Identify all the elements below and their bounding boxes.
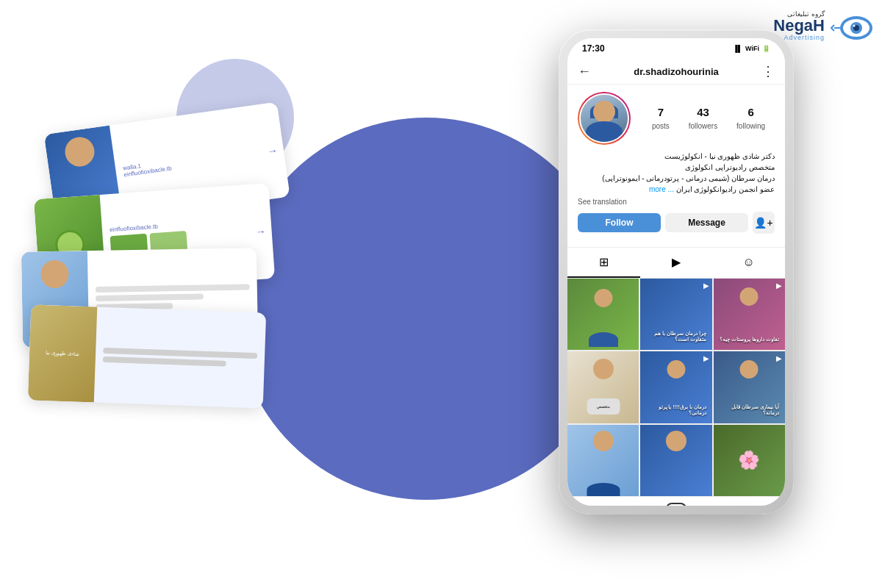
grid-item-1[interactable] — [567, 279, 639, 350]
video-badge-2: ▶ — [703, 282, 709, 290]
video-icon: ▶ — [672, 255, 681, 269]
card-4-content — [95, 342, 265, 374]
nav-search[interactable]: 🔍 — [621, 503, 649, 506]
grid-icon: ⊞ — [599, 255, 609, 269]
avatar-person — [581, 95, 628, 142]
video-badge-5: ▶ — [703, 354, 709, 362]
nav-reels[interactable]: 🎬 — [703, 503, 731, 506]
more-button[interactable]: ⋮ — [761, 63, 775, 79]
logo-advertising: Advertising — [773, 34, 825, 41]
floating-cards: walla.1 einfluofioxibacle.tb → einfluofi… — [22, 132, 287, 441]
avatar-image — [579, 93, 629, 143]
wifi-icon: WiFi — [745, 45, 759, 52]
grid-item-9[interactable]: 🌸 — [714, 425, 785, 496]
grid-item-4[interactable]: متخصص — [567, 351, 639, 423]
posts-grid: چرا درمان سرطان با هم متفاوت است؟ ▶ تفاو… — [567, 279, 785, 496]
ig-header: ← dr.shadizohourinia ⋮ — [567, 59, 785, 85]
video-badge-6: ▶ — [776, 354, 782, 362]
grid-item-2[interactable]: چرا درمان سرطان با هم متفاوت است؟ ▶ — [640, 279, 711, 350]
bio-more[interactable]: ... more — [649, 185, 674, 193]
following-stat[interactable]: 6 following — [736, 106, 765, 132]
status-time: 17:30 — [582, 43, 605, 54]
tab-grid[interactable]: ⊞ — [567, 248, 640, 278]
grid-item-6[interactable]: آیا بیماری سرطان قابل درمانه؟ ▶ — [714, 351, 785, 423]
bio-line1: دکتر شادی ظهوری نیا - انکولوژیست — [578, 151, 775, 162]
phone-outer: 17:30 ▐▌ WiFi 🔋 ← dr.shadizohourinia ⋮ — [559, 29, 794, 514]
followers-count: 43 — [689, 106, 717, 118]
see-translation[interactable]: See translation — [578, 198, 775, 206]
card-2-arrow: → — [255, 225, 266, 237]
status-icons: ▐▌ WiFi 🔋 — [733, 45, 770, 52]
following-label: following — [736, 122, 765, 130]
status-bar: 17:30 ▐▌ WiFi 🔋 — [567, 38, 785, 59]
nav-add[interactable]: + — [666, 503, 686, 506]
logo-text: گروه تبلیغاتی NegaH Advertising — [773, 10, 825, 41]
nav-home[interactable]: 🏠 — [576, 503, 604, 506]
phone-screen: 17:30 ▐▌ WiFi 🔋 ← dr.shadizohourinia ⋮ — [567, 38, 785, 506]
bio-line2: متخصص رادیوتراپی انکولوژی — [578, 162, 775, 173]
tagged-icon: ☺ — [743, 256, 755, 269]
avatar-head — [593, 101, 615, 123]
phone-mockup: 17:30 ▐▌ WiFi 🔋 ← dr.shadizohourinia ⋮ — [559, 29, 794, 514]
content-tabs: ⊞ ▶ ☺ — [567, 247, 785, 279]
posts-count: 7 — [652, 106, 670, 118]
logo-area: گروه تبلیغاتی NegaH Advertising — [773, 7, 875, 44]
card-4-image: شادی ظهوری نیا — [28, 304, 97, 402]
grid-item-3[interactable]: تفاوت داروها پروستات چیه؟ ▶ — [714, 279, 785, 350]
card-1-arrow: → — [267, 144, 279, 157]
grid-item-8[interactable] — [640, 425, 711, 496]
ig-profile-section: 7 posts 43 followers 6 following — [567, 85, 785, 247]
tab-tagged[interactable]: ☺ — [712, 248, 785, 278]
avatar-wrap[interactable] — [578, 92, 631, 145]
follow-button[interactable]: Follow — [578, 213, 661, 232]
battery-icon: 🔋 — [762, 45, 770, 52]
add-person-button[interactable]: 👤+ — [753, 212, 775, 234]
posts-stat: 7 posts — [652, 106, 670, 132]
card-1-content: walla.1 einfluofioxibacle.tb — [115, 139, 270, 185]
bio-line3: درمان سرطان (شیمی درمانی - پرتودرمانی - … — [578, 173, 775, 184]
avatar-body — [586, 121, 623, 142]
bio-text: دکتر شادی ظهوری نیا - انکولوژیست متخصص ر… — [578, 151, 775, 195]
logo-brand: NegaH — [773, 18, 825, 34]
profile-username: dr.shadizohourinia — [634, 66, 719, 77]
posts-label: posts — [652, 122, 670, 130]
profile-stats: 7 posts 43 followers 6 following — [642, 106, 775, 132]
message-button[interactable]: Message — [665, 213, 748, 232]
signal-icon: ▐▌ — [733, 45, 742, 52]
nav-profile[interactable] — [748, 503, 776, 506]
svg-point-4 — [853, 25, 856, 27]
following-count: 6 — [736, 106, 765, 118]
logo-icon — [831, 7, 875, 44]
video-badge-3: ▶ — [776, 282, 782, 290]
grid-item-7[interactable] — [567, 425, 639, 496]
bio-line4: عضو انجمن رادیوانکولوژی ایران ... more — [578, 184, 775, 195]
bottom-nav: 🏠 🔍 + 🎬 — [567, 496, 785, 506]
profile-actions: Follow Message 👤+ — [578, 212, 775, 234]
add-person-icon: 👤+ — [754, 217, 772, 229]
tab-video[interactable]: ▶ — [640, 248, 713, 278]
grid-item-5[interactable]: درمان با برق!!!! یا پرتو درمانی؟ ▶ — [640, 351, 711, 423]
profile-top: 7 posts 43 followers 6 following — [578, 92, 775, 145]
followers-label: followers — [689, 122, 717, 130]
back-button[interactable]: ← — [578, 64, 591, 79]
card-4: شادی ظهوری نیا — [28, 304, 266, 408]
followers-stat[interactable]: 43 followers — [689, 106, 717, 132]
